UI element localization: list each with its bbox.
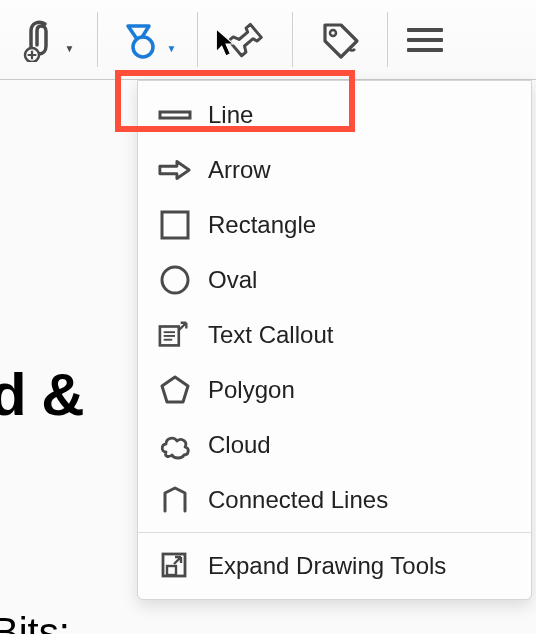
attach-button[interactable]: ▼ [10, 10, 85, 70]
menu-item-label: Polygon [208, 376, 295, 404]
svg-point-3 [133, 37, 153, 57]
menu-item-line[interactable]: Line [138, 87, 531, 142]
tag-button[interactable] [305, 10, 375, 70]
svg-point-7 [162, 267, 188, 293]
svg-point-4 [330, 30, 336, 36]
svg-marker-12 [162, 377, 188, 402]
svg-rect-14 [167, 566, 176, 575]
menu-item-rectangle[interactable]: Rectangle [138, 197, 531, 252]
cloud-icon [158, 428, 192, 462]
menu-item-connected-lines[interactable]: Connected Lines [138, 472, 531, 527]
menu-item-label: Oval [208, 266, 257, 294]
expand-icon [158, 549, 192, 583]
menu-item-text-callout[interactable]: Text Callout [138, 307, 531, 362]
tag-icon [319, 19, 361, 61]
shapes-dropdown-menu: Line Arrow Rectangle Oval [137, 80, 532, 600]
svg-rect-6 [162, 212, 188, 238]
menu-item-arrow[interactable]: Arrow [138, 142, 531, 197]
menu-item-expand-drawing-tools[interactable]: Expand Drawing Tools [138, 538, 531, 593]
connected-lines-icon [158, 483, 192, 517]
hamburger-icon [407, 28, 443, 52]
svg-rect-5 [160, 112, 190, 118]
menu-separator [138, 532, 531, 533]
menu-item-label: Line [208, 101, 253, 129]
paperclip-plus-icon [21, 18, 61, 62]
toolbar-divider [97, 12, 98, 67]
menu-item-label: Arrow [208, 156, 271, 184]
menu-item-label: Expand Drawing Tools [208, 552, 446, 580]
pin-button[interactable] [210, 10, 280, 70]
toolbar-divider [197, 12, 198, 67]
menu-item-cloud[interactable]: Cloud [138, 417, 531, 472]
text-callout-icon [158, 318, 192, 352]
arrow-icon [158, 153, 192, 187]
toolbar: ▼ ▼ [0, 0, 536, 80]
line-icon [158, 98, 192, 132]
document-text-fragment: Bits: [0, 610, 70, 634]
rectangle-icon [158, 208, 192, 242]
chevron-down-icon: ▼ [65, 43, 75, 54]
menu-item-oval[interactable]: Oval [138, 252, 531, 307]
polygon-icon [158, 373, 192, 407]
oval-icon [158, 263, 192, 297]
toolbar-divider [292, 12, 293, 67]
menu-item-label: Connected Lines [208, 486, 388, 514]
menu-item-polygon[interactable]: Polygon [138, 362, 531, 417]
shapes-button[interactable]: ▼ [110, 10, 185, 70]
shapes-icon [119, 18, 163, 62]
pushpin-icon [225, 20, 265, 60]
more-button[interactable] [400, 10, 450, 70]
menu-item-label: Rectangle [208, 211, 316, 239]
menu-item-label: Text Callout [208, 321, 333, 349]
document-text-fragment: d & [0, 360, 84, 429]
toolbar-divider [387, 12, 388, 67]
chevron-down-icon: ▼ [167, 43, 177, 54]
menu-item-label: Cloud [208, 431, 271, 459]
